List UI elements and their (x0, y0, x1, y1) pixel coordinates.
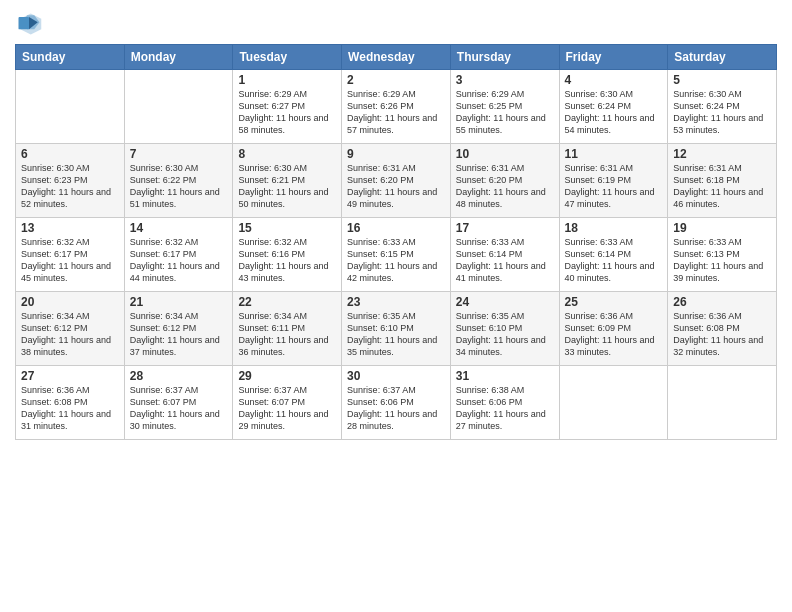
logo-icon (15, 10, 43, 38)
day-info: Sunrise: 6:33 AM Sunset: 6:13 PM Dayligh… (673, 236, 771, 285)
day-number: 11 (565, 147, 663, 161)
day-number: 8 (238, 147, 336, 161)
calendar-cell: 20Sunrise: 6:34 AM Sunset: 6:12 PM Dayli… (16, 292, 125, 366)
day-number: 26 (673, 295, 771, 309)
calendar-cell: 30Sunrise: 6:37 AM Sunset: 6:06 PM Dayli… (342, 366, 451, 440)
day-info: Sunrise: 6:33 AM Sunset: 6:14 PM Dayligh… (456, 236, 554, 285)
day-info: Sunrise: 6:33 AM Sunset: 6:14 PM Dayligh… (565, 236, 663, 285)
day-info: Sunrise: 6:33 AM Sunset: 6:15 PM Dayligh… (347, 236, 445, 285)
calendar-cell (16, 70, 125, 144)
day-number: 9 (347, 147, 445, 161)
weekday-header-monday: Monday (124, 45, 233, 70)
day-number: 2 (347, 73, 445, 87)
calendar-cell (559, 366, 668, 440)
day-number: 14 (130, 221, 228, 235)
day-number: 20 (21, 295, 119, 309)
day-info: Sunrise: 6:31 AM Sunset: 6:18 PM Dayligh… (673, 162, 771, 211)
day-info: Sunrise: 6:29 AM Sunset: 6:26 PM Dayligh… (347, 88, 445, 137)
day-info: Sunrise: 6:37 AM Sunset: 6:06 PM Dayligh… (347, 384, 445, 433)
day-info: Sunrise: 6:37 AM Sunset: 6:07 PM Dayligh… (238, 384, 336, 433)
week-row-0: 1Sunrise: 6:29 AM Sunset: 6:27 PM Daylig… (16, 70, 777, 144)
day-info: Sunrise: 6:36 AM Sunset: 6:09 PM Dayligh… (565, 310, 663, 359)
weekday-header-tuesday: Tuesday (233, 45, 342, 70)
weekday-header-saturday: Saturday (668, 45, 777, 70)
day-info: Sunrise: 6:32 AM Sunset: 6:16 PM Dayligh… (238, 236, 336, 285)
week-row-2: 13Sunrise: 6:32 AM Sunset: 6:17 PM Dayli… (16, 218, 777, 292)
calendar-cell: 25Sunrise: 6:36 AM Sunset: 6:09 PM Dayli… (559, 292, 668, 366)
day-info: Sunrise: 6:31 AM Sunset: 6:20 PM Dayligh… (456, 162, 554, 211)
day-number: 19 (673, 221, 771, 235)
calendar-cell: 22Sunrise: 6:34 AM Sunset: 6:11 PM Dayli… (233, 292, 342, 366)
calendar-cell: 16Sunrise: 6:33 AM Sunset: 6:15 PM Dayli… (342, 218, 451, 292)
day-info: Sunrise: 6:30 AM Sunset: 6:23 PM Dayligh… (21, 162, 119, 211)
calendar-cell: 7Sunrise: 6:30 AM Sunset: 6:22 PM Daylig… (124, 144, 233, 218)
header (15, 10, 777, 38)
calendar-cell: 3Sunrise: 6:29 AM Sunset: 6:25 PM Daylig… (450, 70, 559, 144)
calendar-cell: 4Sunrise: 6:30 AM Sunset: 6:24 PM Daylig… (559, 70, 668, 144)
calendar-cell: 31Sunrise: 6:38 AM Sunset: 6:06 PM Dayli… (450, 366, 559, 440)
day-number: 29 (238, 369, 336, 383)
weekday-header-thursday: Thursday (450, 45, 559, 70)
day-info: Sunrise: 6:34 AM Sunset: 6:11 PM Dayligh… (238, 310, 336, 359)
weekday-header-friday: Friday (559, 45, 668, 70)
calendar-cell: 12Sunrise: 6:31 AM Sunset: 6:18 PM Dayli… (668, 144, 777, 218)
calendar-cell: 1Sunrise: 6:29 AM Sunset: 6:27 PM Daylig… (233, 70, 342, 144)
calendar-cell: 18Sunrise: 6:33 AM Sunset: 6:14 PM Dayli… (559, 218, 668, 292)
svg-rect-3 (19, 17, 30, 29)
day-number: 12 (673, 147, 771, 161)
week-row-3: 20Sunrise: 6:34 AM Sunset: 6:12 PM Dayli… (16, 292, 777, 366)
day-info: Sunrise: 6:32 AM Sunset: 6:17 PM Dayligh… (21, 236, 119, 285)
week-row-4: 27Sunrise: 6:36 AM Sunset: 6:08 PM Dayli… (16, 366, 777, 440)
day-info: Sunrise: 6:30 AM Sunset: 6:24 PM Dayligh… (673, 88, 771, 137)
week-row-1: 6Sunrise: 6:30 AM Sunset: 6:23 PM Daylig… (16, 144, 777, 218)
day-number: 16 (347, 221, 445, 235)
day-info: Sunrise: 6:31 AM Sunset: 6:19 PM Dayligh… (565, 162, 663, 211)
day-info: Sunrise: 6:38 AM Sunset: 6:06 PM Dayligh… (456, 384, 554, 433)
day-info: Sunrise: 6:29 AM Sunset: 6:25 PM Dayligh… (456, 88, 554, 137)
calendar-cell (668, 366, 777, 440)
day-number: 30 (347, 369, 445, 383)
calendar-cell (124, 70, 233, 144)
day-number: 22 (238, 295, 336, 309)
calendar-body: 1Sunrise: 6:29 AM Sunset: 6:27 PM Daylig… (16, 70, 777, 440)
page: SundayMondayTuesdayWednesdayThursdayFrid… (0, 0, 792, 612)
calendar-cell: 26Sunrise: 6:36 AM Sunset: 6:08 PM Dayli… (668, 292, 777, 366)
day-number: 1 (238, 73, 336, 87)
calendar-cell: 27Sunrise: 6:36 AM Sunset: 6:08 PM Dayli… (16, 366, 125, 440)
day-info: Sunrise: 6:35 AM Sunset: 6:10 PM Dayligh… (347, 310, 445, 359)
day-number: 28 (130, 369, 228, 383)
calendar-cell: 10Sunrise: 6:31 AM Sunset: 6:20 PM Dayli… (450, 144, 559, 218)
calendar-cell: 21Sunrise: 6:34 AM Sunset: 6:12 PM Dayli… (124, 292, 233, 366)
calendar-cell: 17Sunrise: 6:33 AM Sunset: 6:14 PM Dayli… (450, 218, 559, 292)
day-number: 3 (456, 73, 554, 87)
calendar-cell: 14Sunrise: 6:32 AM Sunset: 6:17 PM Dayli… (124, 218, 233, 292)
day-number: 31 (456, 369, 554, 383)
calendar-cell: 15Sunrise: 6:32 AM Sunset: 6:16 PM Dayli… (233, 218, 342, 292)
weekday-header-wednesday: Wednesday (342, 45, 451, 70)
day-number: 4 (565, 73, 663, 87)
day-number: 24 (456, 295, 554, 309)
day-info: Sunrise: 6:30 AM Sunset: 6:22 PM Dayligh… (130, 162, 228, 211)
calendar-cell: 6Sunrise: 6:30 AM Sunset: 6:23 PM Daylig… (16, 144, 125, 218)
day-info: Sunrise: 6:36 AM Sunset: 6:08 PM Dayligh… (21, 384, 119, 433)
day-info: Sunrise: 6:36 AM Sunset: 6:08 PM Dayligh… (673, 310, 771, 359)
day-number: 17 (456, 221, 554, 235)
day-info: Sunrise: 6:34 AM Sunset: 6:12 PM Dayligh… (21, 310, 119, 359)
weekday-header-row: SundayMondayTuesdayWednesdayThursdayFrid… (16, 45, 777, 70)
day-number: 10 (456, 147, 554, 161)
day-number: 23 (347, 295, 445, 309)
day-number: 15 (238, 221, 336, 235)
calendar-table: SundayMondayTuesdayWednesdayThursdayFrid… (15, 44, 777, 440)
day-info: Sunrise: 6:30 AM Sunset: 6:21 PM Dayligh… (238, 162, 336, 211)
day-info: Sunrise: 6:31 AM Sunset: 6:20 PM Dayligh… (347, 162, 445, 211)
calendar-cell: 8Sunrise: 6:30 AM Sunset: 6:21 PM Daylig… (233, 144, 342, 218)
day-number: 13 (21, 221, 119, 235)
day-info: Sunrise: 6:37 AM Sunset: 6:07 PM Dayligh… (130, 384, 228, 433)
day-number: 7 (130, 147, 228, 161)
calendar-cell: 19Sunrise: 6:33 AM Sunset: 6:13 PM Dayli… (668, 218, 777, 292)
logo (15, 10, 47, 38)
day-info: Sunrise: 6:29 AM Sunset: 6:27 PM Dayligh… (238, 88, 336, 137)
day-number: 6 (21, 147, 119, 161)
day-number: 25 (565, 295, 663, 309)
calendar-cell: 2Sunrise: 6:29 AM Sunset: 6:26 PM Daylig… (342, 70, 451, 144)
